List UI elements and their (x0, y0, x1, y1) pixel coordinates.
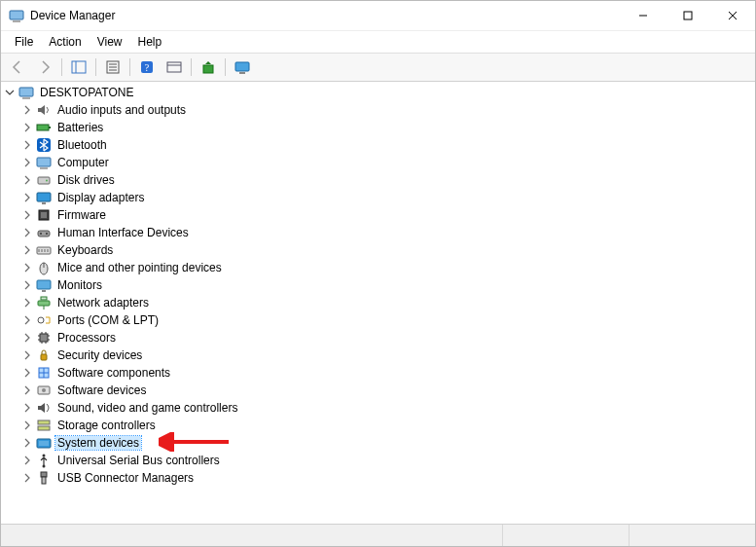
tree-item-label: Processors (55, 331, 118, 345)
tree-item[interactable]: Bluetooth (20, 136, 755, 154)
expand-icon[interactable] (20, 419, 34, 432)
tree-item[interactable]: USB Connector Managers (20, 469, 755, 487)
expand-icon[interactable] (20, 103, 34, 117)
tree-item-label: Network adapters (55, 296, 151, 310)
expand-icon[interactable] (20, 313, 34, 327)
tree-item-label: Bluetooth (55, 138, 109, 152)
tree-item[interactable]: Human Interface Devices (20, 224, 755, 241)
tree-item[interactable]: Display adapters (20, 189, 755, 206)
expand-icon[interactable] (20, 121, 34, 134)
tree-item-label: USB Connector Managers (55, 471, 196, 485)
update-driver-button[interactable] (196, 55, 221, 79)
tree-item[interactable]: Storage controllers (20, 417, 755, 434)
storage-icon (36, 418, 52, 433)
keyboard-icon (36, 242, 52, 258)
expand-icon[interactable] (20, 261, 34, 274)
tree-item[interactable]: Keyboards (20, 241, 755, 259)
tree-root-node[interactable]: DESKTOPATONE (3, 84, 755, 101)
tree-item[interactable]: Software devices (20, 382, 755, 399)
expand-icon[interactable] (20, 436, 34, 450)
expand-icon[interactable] (20, 191, 34, 204)
cpu-icon (36, 330, 52, 346)
expand-icon[interactable] (20, 348, 34, 362)
expand-icon[interactable] (20, 156, 34, 169)
tree-item-label: Audio inputs and outputs (55, 103, 188, 117)
speaker-icon (36, 102, 52, 118)
tree-item-label: Computer (55, 156, 111, 169)
menubar: File Action View Help (1, 31, 755, 54)
help-button[interactable] (134, 55, 160, 79)
menu-help[interactable]: Help (130, 33, 170, 51)
expand-icon[interactable] (20, 401, 34, 415)
minimize-button[interactable] (621, 1, 666, 30)
tree-item[interactable]: Network adapters (20, 294, 755, 311)
menu-view[interactable]: View (90, 33, 130, 51)
scan-hardware-button[interactable] (230, 55, 255, 79)
device-tree[interactable]: DESKTOPATONE Audio inputs and outputsBat… (1, 82, 755, 524)
tree-item[interactable]: Software components (20, 364, 755, 382)
sound-icon (36, 400, 52, 416)
collapse-icon[interactable] (3, 86, 17, 99)
toolbar (1, 54, 755, 82)
tree-item-label: Keyboards (55, 243, 115, 257)
tree-item-label: Security devices (55, 348, 144, 362)
tree-item[interactable]: Audio inputs and outputs (20, 101, 755, 119)
tree-item[interactable]: Computer (20, 154, 755, 171)
tree-item-label: Software components (55, 366, 172, 380)
tree-item[interactable]: Processors (20, 329, 755, 346)
disk-icon (36, 172, 52, 188)
titlebar: Device Manager (1, 1, 755, 31)
tree-item-label: Software devices (55, 383, 148, 397)
svg-rect-62 (684, 12, 692, 19)
tree-item[interactable]: Mice and other pointing devices (20, 259, 755, 276)
tree-item-label: Batteries (55, 121, 105, 134)
software-component-icon (36, 365, 52, 381)
tree-item-label: Mice and other pointing devices (55, 261, 224, 274)
bluetooth-icon (36, 137, 52, 153)
usb-icon (36, 453, 52, 468)
expand-icon[interactable] (20, 243, 34, 257)
tree-item[interactable]: Universal Serial Bus controllers (20, 452, 755, 469)
tree-item[interactable]: Sound, video and game controllers (20, 399, 755, 417)
security-icon (36, 347, 52, 363)
window-view-button[interactable] (162, 55, 187, 79)
expand-icon[interactable] (20, 226, 34, 239)
menu-file[interactable]: File (7, 33, 41, 51)
monitor-icon (36, 277, 52, 293)
tree-item[interactable]: Ports (COM & LPT) (20, 311, 755, 329)
forward-button[interactable] (32, 55, 57, 79)
expand-icon[interactable] (20, 471, 34, 485)
toggle-console-tree-button[interactable] (66, 55, 91, 79)
tree-item-label: Display adapters (55, 191, 146, 204)
statusbar (1, 524, 755, 546)
close-button[interactable] (710, 1, 755, 30)
expand-icon[interactable] (20, 383, 34, 397)
tree-item[interactable]: Monitors (20, 276, 755, 294)
back-button[interactable] (5, 55, 30, 79)
tree-item-label: Human Interface Devices (55, 226, 191, 239)
expand-icon[interactable] (20, 296, 34, 310)
app-icon (9, 8, 24, 23)
maximize-button[interactable] (666, 1, 710, 30)
expand-icon[interactable] (20, 331, 34, 345)
properties-button[interactable] (100, 55, 126, 79)
usb-connector-icon (36, 470, 52, 486)
tree-item-label: System devices (55, 436, 141, 450)
tree-item[interactable]: Security devices (20, 346, 755, 364)
expand-icon[interactable] (20, 454, 34, 467)
expand-icon[interactable] (20, 138, 34, 152)
tree-item[interactable]: Batteries (20, 119, 755, 136)
mouse-icon (36, 260, 52, 275)
expand-icon[interactable] (20, 366, 34, 380)
network-icon (36, 295, 52, 310)
system-icon (36, 435, 52, 451)
tree-item[interactable]: Disk drives (20, 171, 755, 189)
tree-item-label: Storage controllers (55, 419, 158, 432)
tree-item[interactable]: Firmware (20, 206, 755, 224)
expand-icon[interactable] (20, 278, 34, 292)
expand-icon[interactable] (20, 173, 34, 187)
tree-item[interactable]: System devices (20, 434, 755, 452)
expand-icon[interactable] (20, 208, 34, 222)
menu-action[interactable]: Action (41, 33, 89, 51)
computer-icon (36, 155, 52, 170)
